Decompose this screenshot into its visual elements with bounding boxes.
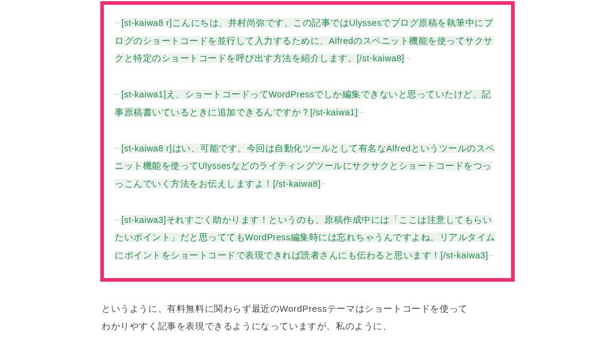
close-tag: [/st-kaiwa8] <box>357 53 404 63</box>
shortcode-paragraph-4: ~[st-kaiwa3]それすごく助かります！というのも、原稿作成中には「ここは… <box>115 211 500 265</box>
shortcode-paragraph-3: ~[st-kaiwa8 r]はい、可能です。今回は自動化ツールとして有名なAlf… <box>115 140 500 193</box>
open-tag: [st-kaiwa8 r] <box>121 144 172 153</box>
body-text: それすごく助かります！というのも、原稿作成中には「ここは注意してもらいたいポイン… <box>115 215 495 260</box>
tilde-marker: ~ <box>489 250 495 260</box>
tilde-marker: ~ <box>115 215 120 225</box>
open-tag: [st-kaiwa3] <box>121 215 166 225</box>
tilde-marker: ~ <box>405 53 411 63</box>
tilde-marker: ~ <box>115 18 120 28</box>
tilde-marker: ~ <box>115 89 120 99</box>
shortcode-line: [st-kaiwa8 r]こんにちは、井村尚弥です。この記事ではUlyssesで… <box>115 18 493 63</box>
shortcode-line: [st-kaiwa3]それすごく助かります！というのも、原稿作成中には「ここは注… <box>115 215 495 260</box>
page-container: ~[st-kaiwa8 r]こんにちは、井村尚弥です。この記事ではUlysses… <box>0 1 615 335</box>
close-tag: [/st-kaiwa1] <box>311 108 358 117</box>
shortcode-paragraph-1: ~[st-kaiwa8 r]こんにちは、井村尚弥です。この記事ではUlysses… <box>115 14 500 68</box>
open-tag: [st-kaiwa1] <box>121 89 166 99</box>
article-body-text: というように、有料無料に関わらず最近のWordPressテーマはショートコードを… <box>100 300 515 335</box>
tilde-marker: ~ <box>359 108 365 117</box>
body-text: え、ショートコードってWordPressでしか編集できないと思っていたけど、記事… <box>115 89 491 117</box>
highlighted-shortcode-box: ~[st-kaiwa8 r]こんにちは、井村尚弥です。この記事ではUlysses… <box>100 1 515 282</box>
tilde-marker: ~ <box>115 144 120 153</box>
tilde-marker: ~ <box>322 179 327 189</box>
article-line-1: というように、有料無料に関わらず最近のWordPressテーマはショートコードを… <box>101 303 468 314</box>
article-line-2: わかりやすく記事を表現できるようになっていますが、私のように、 <box>101 321 392 331</box>
close-tag: [/st-kaiwa3] <box>441 250 488 260</box>
shortcode-paragraph-2: ~[st-kaiwa1]え、ショートコードってWordPressでしか編集できな… <box>115 86 500 121</box>
close-tag: [/st-kaiwa8] <box>273 179 321 189</box>
shortcode-line: [st-kaiwa8 r]はい、可能です。今回は自動化ツールとして有名なAlfr… <box>115 144 495 189</box>
open-tag: [st-kaiwa8 r] <box>121 18 172 28</box>
shortcode-line: [st-kaiwa1]え、ショートコードってWordPressでしか編集できない… <box>115 89 491 117</box>
